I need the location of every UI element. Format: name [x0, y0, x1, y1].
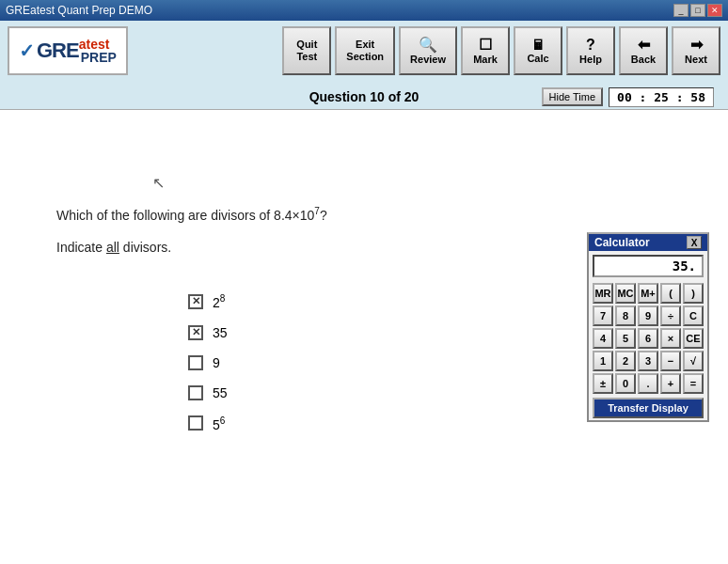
- review-label: Review: [410, 55, 446, 65]
- calc-plusminus[interactable]: ±: [593, 373, 613, 394]
- exit-section-line2: Section: [346, 52, 384, 62]
- next-icon: ➡: [690, 38, 703, 53]
- calc-display: 35.: [593, 255, 704, 277]
- toolbar-buttons: Quit Test Exit Section 🔍 Review ☐ Mark 🖩…: [282, 26, 720, 85]
- quit-test-button[interactable]: Quit Test: [282, 26, 331, 75]
- next-button[interactable]: ➡ Next: [672, 26, 720, 75]
- title-bar: GREatest Quant Prep DEMO _ □ ✕: [0, 0, 728, 21]
- exit-section-line1: Exit: [356, 39, 374, 50]
- calculator: Calculator X 35. MR MC M+ ( ) 7 8 9 ÷: [587, 232, 709, 422]
- calc-divide[interactable]: ÷: [660, 306, 681, 326]
- checkbox-5[interactable]: [188, 415, 203, 431]
- calc-row-2: 7 8 9 ÷ C: [593, 306, 704, 326]
- calc-button[interactable]: 🖩 Calc: [514, 26, 562, 75]
- question-exponent: 7: [314, 206, 320, 216]
- main-window: ✓ GRE atest PREP Quit Test Exit Section …: [0, 21, 728, 564]
- calc-label: Calc: [527, 54, 548, 64]
- help-icon: ?: [586, 38, 595, 53]
- logo-prep: PREP: [81, 51, 117, 64]
- checkbox-4[interactable]: [188, 385, 203, 400]
- calc-buttons: MR MC M+ ( ) 7 8 9 ÷ C 4 5: [589, 281, 707, 420]
- calc-minus[interactable]: −: [660, 351, 681, 371]
- calc-3[interactable]: 3: [638, 351, 658, 371]
- calc-mr[interactable]: MR: [593, 283, 613, 304]
- next-label: Next: [685, 55, 707, 65]
- mark-button[interactable]: ☐ Mark: [461, 26, 510, 75]
- quit-test-line2: Test: [296, 52, 317, 62]
- calc-6[interactable]: 6: [638, 328, 658, 349]
- calc-dot[interactable]: .: [638, 373, 658, 394]
- close-button[interactable]: ✕: [707, 4, 722, 17]
- calc-close-button[interactable]: X: [687, 236, 702, 249]
- answer-option-4[interactable]: 55: [188, 385, 228, 400]
- calc-1[interactable]: 1: [593, 351, 613, 371]
- answer-option-2[interactable]: 35: [188, 325, 228, 340]
- mark-icon: ☐: [479, 38, 492, 53]
- answer-label-4: 55: [213, 385, 228, 400]
- answer-sup-5: 6: [220, 415, 226, 426]
- answer-option-1[interactable]: 28: [188, 293, 228, 310]
- logo-gre: GRE: [37, 39, 79, 63]
- title-bar-controls[interactable]: _ □ ✕: [673, 4, 722, 17]
- calc-c[interactable]: C: [683, 306, 704, 326]
- minimize-button[interactable]: _: [673, 4, 688, 17]
- checkbox-3[interactable]: [188, 355, 203, 370]
- question-counter: Question 10 of 20: [309, 89, 419, 104]
- question-text: Which of the following are divisors of 8…: [56, 204, 502, 258]
- back-icon: ⬅: [638, 38, 650, 53]
- toolbar: ✓ GRE atest PREP Quit Test Exit Section …: [0, 21, 728, 85]
- transfer-display-button[interactable]: Transfer Display: [593, 398, 704, 418]
- calc-7[interactable]: 7: [593, 306, 613, 326]
- calc-sqrt[interactable]: √: [683, 351, 704, 371]
- calc-row-1: MR MC M+ ( ): [593, 283, 704, 304]
- calc-row-3: 4 5 6 × CE: [593, 328, 704, 349]
- review-button[interactable]: 🔍 Review: [399, 26, 457, 75]
- title-bar-title: GREatest Quant Prep DEMO: [6, 4, 152, 17]
- underline-all: all: [106, 240, 119, 255]
- calc-rparen[interactable]: ): [683, 283, 704, 304]
- mark-label: Mark: [473, 55, 498, 65]
- exit-section-button[interactable]: Exit Section: [335, 26, 395, 75]
- answer-option-5[interactable]: 56: [188, 415, 228, 432]
- title-bar-left: GREatest Quant Prep DEMO: [6, 4, 152, 17]
- mouse-cursor: ↖: [152, 174, 165, 192]
- answer-label-2: 35: [213, 325, 228, 340]
- calc-ce[interactable]: CE: [683, 328, 704, 349]
- calc-title-bar: Calculator X: [589, 234, 707, 251]
- answer-label-3: 9: [213, 355, 220, 370]
- help-button[interactable]: ? Help: [566, 26, 615, 75]
- calc-plus[interactable]: +: [660, 373, 681, 394]
- maximize-button[interactable]: □: [690, 4, 705, 17]
- help-label: Help: [579, 55, 602, 65]
- calc-title: Calculator: [594, 236, 650, 249]
- back-label: Back: [631, 55, 656, 65]
- answer-label-1: 28: [213, 293, 225, 310]
- answer-label-5: 56: [213, 415, 225, 432]
- quit-test-line1: Quit: [296, 39, 317, 50]
- calc-multiply[interactable]: ×: [660, 328, 681, 349]
- calc-row-4: 1 2 3 − √: [593, 351, 704, 371]
- logo-atest: atest: [79, 38, 117, 51]
- calc-row-5: ± 0 . + =: [593, 373, 704, 394]
- calc-equals[interactable]: =: [683, 373, 704, 394]
- checkbox-2[interactable]: [188, 325, 203, 340]
- hide-time-button[interactable]: Hide Time: [542, 87, 604, 106]
- calc-5[interactable]: 5: [615, 328, 636, 349]
- timer-display: 00 : 25 : 58: [609, 87, 714, 107]
- calc-mc[interactable]: MC: [615, 283, 636, 304]
- answer-option-3[interactable]: 9: [188, 355, 228, 370]
- back-button[interactable]: ⬅ Back: [619, 26, 668, 75]
- calc-8[interactable]: 8: [615, 306, 636, 326]
- calc-icon: 🖩: [531, 39, 545, 52]
- calc-mplus[interactable]: M+: [638, 283, 658, 304]
- calc-9[interactable]: 9: [638, 306, 658, 326]
- logo-checkmark: ✓: [19, 39, 35, 62]
- calc-4[interactable]: 4: [593, 328, 613, 349]
- checkbox-1[interactable]: [188, 294, 203, 309]
- calc-lparen[interactable]: (: [660, 283, 681, 304]
- question-header-wrap: Question 10 of 20 Hide Time 00 : 25 : 58: [0, 85, 728, 110]
- logo: ✓ GRE atest PREP: [8, 26, 128, 75]
- review-icon: 🔍: [419, 38, 437, 53]
- calc-0[interactable]: 0: [615, 373, 636, 394]
- calc-2[interactable]: 2: [615, 351, 636, 371]
